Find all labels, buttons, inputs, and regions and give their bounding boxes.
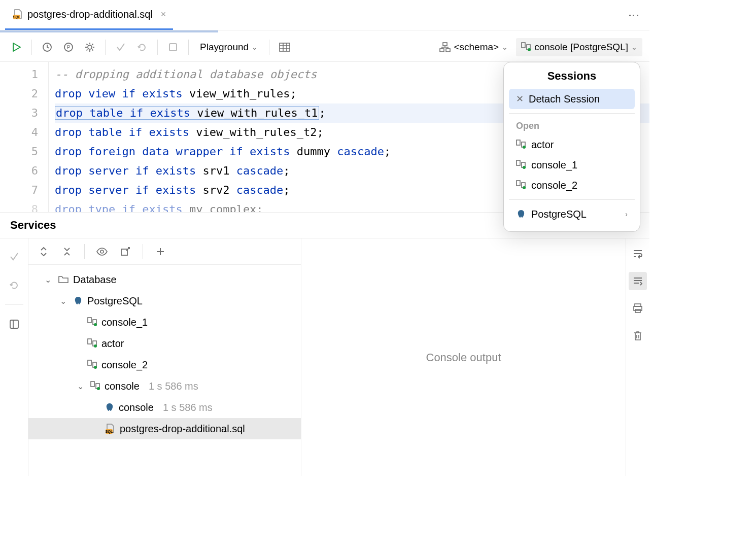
session-item-actor[interactable]: actor xyxy=(509,134,635,155)
services-right-toolbar xyxy=(626,238,649,476)
run-icon[interactable] xyxy=(7,38,25,56)
console-output-placeholder: Console output xyxy=(426,351,501,364)
tree-datasource[interactable]: ⌄ PostgreSQL xyxy=(28,290,301,311)
separator xyxy=(84,244,85,259)
revert-icon[interactable] xyxy=(5,276,23,294)
sql-file-icon: SQL xyxy=(12,9,23,20)
svg-rect-35 xyxy=(91,382,94,387)
console-icon xyxy=(516,160,526,170)
tree-label: PostgreSQL xyxy=(87,295,143,307)
session-dropdown[interactable]: console [PostgreSQL] ⌄ xyxy=(516,38,642,56)
console-icon xyxy=(516,180,526,190)
table-view-icon[interactable] xyxy=(276,38,294,56)
sql-toolbar: P Playground ⌄ <schema> ⌄ console [Postg… xyxy=(0,32,649,62)
code-comment: -- dropping additional database objects xyxy=(55,68,317,81)
line-number: 7 xyxy=(0,181,38,200)
svg-rect-9 xyxy=(440,49,444,52)
postgresql-icon xyxy=(73,296,83,306)
commit-icon[interactable] xyxy=(112,38,130,56)
line-number: 2 xyxy=(0,84,38,103)
svg-rect-7 xyxy=(280,43,290,51)
session-item-console2[interactable]: console_2 xyxy=(509,175,635,195)
playground-dropdown[interactable]: Playground ⌄ xyxy=(195,38,263,56)
console-output-panel: Console output xyxy=(301,238,626,476)
layout-icon[interactable] xyxy=(5,315,23,333)
trash-icon[interactable] xyxy=(629,327,647,345)
tree-label: console_1 xyxy=(101,317,148,328)
scroll-to-end-icon[interactable] xyxy=(629,272,647,290)
soft-wrap-icon[interactable] xyxy=(629,245,647,263)
tree-sql-file[interactable]: SQL postgres-drop-additional.sql xyxy=(28,418,301,439)
schema-dropdown[interactable]: <schema> ⌄ xyxy=(434,38,513,56)
tree-console-run[interactable]: ⌄ console 1 s 586 ms xyxy=(28,375,301,397)
svg-rect-29 xyxy=(88,339,91,344)
tab-filename: postgres-drop-additional.sql xyxy=(27,9,153,20)
postgresql-icon xyxy=(105,402,115,412)
close-icon[interactable]: × xyxy=(161,9,166,20)
svg-point-13 xyxy=(528,48,531,51)
collapse-icon[interactable] xyxy=(58,243,76,261)
tree-label: console xyxy=(119,402,154,413)
svg-point-24 xyxy=(100,250,104,253)
editor-tab-bar: SQL postgres-drop-additional.sql × ⋮ xyxy=(0,0,649,30)
tree-toolbar xyxy=(28,238,301,265)
chevron-down-icon: ⌄ xyxy=(502,43,508,51)
svg-point-37 xyxy=(97,387,100,390)
history-icon[interactable] xyxy=(38,38,56,56)
line-number: 4 xyxy=(0,123,38,142)
expand-up-down-icon[interactable] xyxy=(35,243,53,261)
line-number: 1 xyxy=(0,65,38,84)
editor-tab[interactable]: SQL postgres-drop-additional.sql × xyxy=(5,0,173,30)
detach-session-label: Detach Session xyxy=(529,93,600,105)
open-section-label: Open xyxy=(504,118,640,134)
chevron-down-icon: ⌄ xyxy=(74,382,86,391)
tree-session-actor[interactable]: actor xyxy=(28,333,301,354)
svg-rect-42 xyxy=(635,309,640,313)
console-icon xyxy=(521,42,531,52)
session-label: console_2 xyxy=(531,180,577,191)
svg-rect-20 xyxy=(517,181,520,186)
svg-point-22 xyxy=(523,186,526,189)
popup-separator xyxy=(509,113,635,114)
line-gutter: 1 2 3 4 5 6 7 8 xyxy=(0,62,49,212)
tree-console-inner[interactable]: console 1 s 586 ms xyxy=(28,397,301,418)
tree-session-console2[interactable]: console_2 xyxy=(28,354,301,375)
line-number: 5 xyxy=(0,142,38,161)
apply-icon[interactable] xyxy=(5,248,23,266)
svg-rect-11 xyxy=(522,43,525,48)
datasource-item[interactable]: PostgreSQL › xyxy=(509,204,635,224)
services-left-toolbar xyxy=(0,238,28,476)
console-icon xyxy=(87,338,97,349)
sql-file-icon: SQL xyxy=(105,423,116,434)
session-label: actor xyxy=(531,139,554,151)
chevron-down-icon: ⌄ xyxy=(631,43,637,51)
tree-session-console1[interactable]: console_1 xyxy=(28,311,301,333)
tree-time: 1 s 586 ms xyxy=(149,380,198,392)
add-icon[interactable] xyxy=(151,243,169,261)
svg-rect-10 xyxy=(446,49,450,52)
tree-database-root[interactable]: ⌄ Database xyxy=(28,269,301,290)
open-new-icon[interactable] xyxy=(116,243,134,261)
line-number: 6 xyxy=(0,161,38,181)
detach-session-item[interactable]: ✕ Detach Session xyxy=(509,89,635,109)
sessions-popup: Sessions ✕ Detach Session Open actor con… xyxy=(503,62,640,232)
svg-rect-8 xyxy=(443,43,447,46)
console-icon xyxy=(87,360,97,370)
show-hidden-icon[interactable] xyxy=(93,243,111,261)
svg-text:SQL: SQL xyxy=(13,15,21,19)
tab-menu-icon[interactable]: ⋮ xyxy=(627,4,640,26)
settings-icon[interactable] xyxy=(81,38,99,56)
session-item-console1[interactable]: console_1 xyxy=(509,155,635,175)
print-icon[interactable] xyxy=(629,299,647,318)
explain-plan-icon[interactable]: P xyxy=(59,38,78,56)
toolbar-separator xyxy=(157,40,158,55)
toolbar-separator xyxy=(31,40,32,55)
console-icon xyxy=(90,381,100,391)
svg-rect-17 xyxy=(517,160,520,165)
rollback-icon[interactable] xyxy=(133,38,151,56)
svg-rect-32 xyxy=(88,360,91,365)
toolbar-separator xyxy=(269,40,269,55)
folder-icon xyxy=(58,275,69,284)
popup-separator xyxy=(509,199,635,200)
stop-icon[interactable] xyxy=(164,38,182,56)
